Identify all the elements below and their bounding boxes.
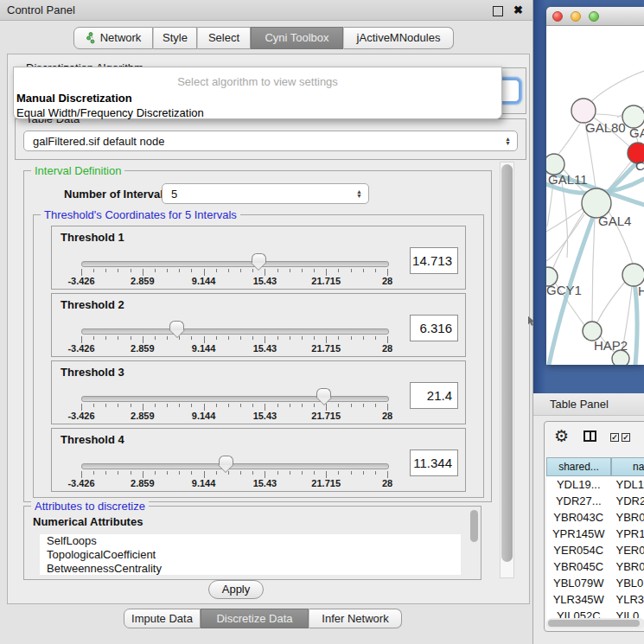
threshold-panel-2: Threshold 2-3.4262.8599.14415.4321.71528…: [51, 293, 466, 357]
tab-label: Discretize Data: [216, 609, 292, 628]
slider-track[interactable]: [81, 328, 389, 335]
threshold-panel-3: Threshold 3-3.4262.8599.14415.4321.71528…: [51, 360, 466, 424]
tab-label: Cyni Toolbox: [265, 28, 328, 48]
threshold-value-field[interactable]: 6.316: [410, 315, 458, 341]
attribute-item-selfloops[interactable]: SelfLoops: [40, 534, 461, 548]
table-hscrollbar-thumb[interactable]: [548, 620, 640, 627]
threshold-label: Threshold 2: [61, 298, 124, 311]
cell-shared-name: YER054C: [546, 542, 611, 558]
cell-name: YPR1: [611, 526, 644, 542]
gear-icon[interactable]: ⚙: [554, 426, 569, 446]
tab-infer-network[interactable]: Infer Network: [309, 609, 402, 628]
table-rows: YDL19...YDL1YDR27...YDR2YBR043CYBR0YPR14…: [546, 476, 644, 624]
attribute-item-betweennesscentrality[interactable]: BetweennessCentrality: [40, 562, 461, 575]
close-traffic-light-icon[interactable]: [552, 11, 563, 22]
tab-label: jActiveMNodules: [357, 28, 441, 48]
network-graph: GAL80GACGAL11GAL4GCY1HHAP2: [546, 26, 644, 365]
node-label: GAL4: [598, 214, 631, 228]
tab-impute-data[interactable]: Impute Data: [124, 609, 201, 628]
cell-name: YBR0: [611, 509, 644, 526]
cell-shared-name: YBL079W: [546, 575, 611, 591]
tab-label: Network: [100, 28, 142, 48]
top-tabbar: NetworkStyleSelectCyni ToolboxjActiveMNo…: [73, 27, 454, 49]
table-row[interactable]: YDR27...YDR2: [546, 493, 644, 509]
main-scrollbar[interactable]: [500, 162, 514, 578]
zoom-traffic-light-icon[interactable]: [589, 11, 599, 22]
slider-thumb[interactable]: [316, 388, 331, 398]
slider-thumb[interactable]: [252, 253, 266, 263]
heavy-edge: [634, 277, 637, 365]
tab-style[interactable]: Style: [153, 27, 197, 49]
threshold-label: Threshold 3: [61, 366, 124, 379]
cyni-toolbox-panel: Discretization Algorithm Select algorith…: [7, 54, 530, 604]
table-panel: ⚙ ✓ ✓ shared... name YDL19...YDL1YDR27..…: [544, 421, 644, 632]
threshold-value-field[interactable]: 14.713: [410, 247, 458, 274]
threshold-value-field[interactable]: 11.344: [410, 450, 458, 476]
tab-label: Impute Data: [131, 609, 193, 628]
tab-network[interactable]: Network: [73, 27, 153, 49]
number-of-intervals-value: 5: [163, 188, 177, 201]
table-horizontal-scrollbar[interactable]: [546, 618, 644, 628]
attribute-item-topologicalcoefficient[interactable]: TopologicalCoefficient: [40, 548, 461, 562]
number-of-intervals-label: Number of Intervals: [64, 188, 169, 201]
table-row[interactable]: YPR145WYPR1: [546, 526, 644, 542]
float-window-icon[interactable]: [493, 6, 503, 16]
group-title-attributes: Attributes to discretize: [31, 500, 149, 513]
tab-select[interactable]: Select: [197, 27, 251, 49]
columns-icon[interactable]: [583, 430, 596, 442]
cell-name: YBL0: [611, 575, 644, 591]
threshold-value-field[interactable]: 21.4: [410, 382, 458, 409]
attributes-scrollbar-thumb[interactable]: [470, 510, 478, 542]
column-header-shared-name[interactable]: shared...: [546, 457, 611, 476]
tab-jactivemnodules[interactable]: jActiveMNodules: [343, 27, 454, 49]
network-window-titlebar[interactable]: [546, 7, 644, 26]
table-row[interactable]: YDL19...YDL1: [546, 476, 644, 493]
checkbox-icon[interactable]: ✓: [610, 433, 619, 442]
threshold-label: Threshold 4: [61, 433, 124, 446]
network-node-gal80[interactable]: [571, 99, 596, 123]
table-row[interactable]: YBR043CYBR0: [546, 509, 644, 526]
edge: [546, 208, 583, 232]
main-scrollbar-thumb[interactable]: [501, 164, 513, 562]
minimize-traffic-light-icon[interactable]: [571, 11, 581, 22]
popup-hint-item[interactable]: Select algorithm to view settings: [14, 73, 501, 91]
tab-discretize-data[interactable]: Discretize Data: [201, 609, 309, 628]
slider-track[interactable]: [81, 463, 389, 469]
slider-ticks: [81, 269, 387, 276]
network-canvas[interactable]: GAL80GACGAL11GAL4GCY1HHAP2: [546, 26, 644, 365]
network-node[interactable]: [612, 350, 629, 365]
table-header-row: shared... name: [546, 457, 644, 476]
interval-definition-group: Interval Definition Number of Intervals …: [23, 170, 492, 502]
combo-arrows-icon: ▲▼: [356, 189, 368, 198]
table-toolbar: ⚙ ✓ ✓: [545, 422, 644, 456]
close-icon[interactable]: ✖: [513, 3, 523, 16]
slider-thumb[interactable]: [219, 456, 233, 465]
node-label: GCY1: [546, 283, 582, 297]
checkbox-icon[interactable]: ✓: [622, 433, 630, 442]
slider-ticks: [81, 336, 387, 343]
numerical-attributes-list: SelfLoopsTopologicalCoefficientBetweenne…: [40, 534, 461, 575]
table-row[interactable]: YBL079WYBL0: [546, 575, 644, 591]
group-title-interval-definition: Interval Definition: [31, 164, 124, 177]
tab-cyni-toolbox[interactable]: Cyni Toolbox: [251, 27, 343, 49]
slider-thumb[interactable]: [169, 321, 184, 330]
threshold-panel-4: Threshold 4-3.4262.8599.14415.4321.71528…: [51, 428, 466, 492]
screen: Control Panel ✖ NetworkStyleSelectCyni T…: [0, 0, 644, 644]
node-label: GAL11: [548, 172, 588, 187]
table-row[interactable]: YLR345WYLR3: [546, 591, 644, 608]
threshold-label: Threshold 1: [61, 231, 124, 244]
column-header-name[interactable]: name: [611, 457, 644, 476]
apply-button[interactable]: Apply: [208, 580, 264, 599]
popup-item-equal-width-frequency[interactable]: Equal Width/Frequency Discretization: [14, 105, 501, 120]
bottom-tabbar: Impute DataDiscretize DataInfer Network: [124, 609, 402, 628]
table-row[interactable]: YBR045CYBR0: [546, 558, 644, 575]
cell-name: YLR3: [611, 591, 644, 608]
node-label: H: [638, 284, 644, 298]
popup-item-manual-discretization[interactable]: Manual Discretization: [14, 91, 501, 105]
table-row[interactable]: YER054CYER0: [546, 542, 644, 558]
cell-name: YDL1: [611, 476, 644, 493]
slider-track[interactable]: [81, 396, 389, 402]
slider-track[interactable]: [81, 261, 389, 267]
number-of-intervals-combo[interactable]: 5 ▲▼: [162, 183, 369, 204]
table-data-combo[interactable]: galFiltered.sif default node ▲▼: [23, 131, 518, 151]
